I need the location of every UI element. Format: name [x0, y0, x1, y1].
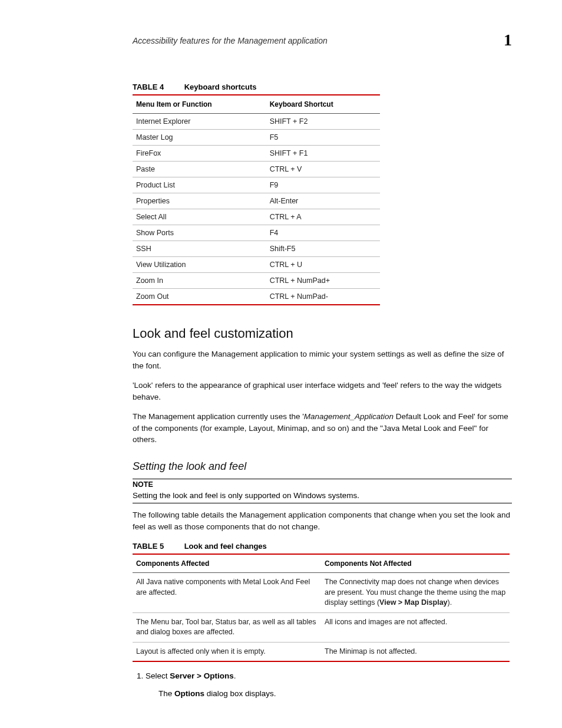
cell-function: Select All — [133, 209, 266, 225]
table5-header-affected: Components Affected — [133, 554, 321, 573]
body-paragraph: The Management application currently use… — [133, 411, 512, 446]
table5-header-not-affected: Components Not Affected — [321, 554, 510, 573]
text-fragment: dialog box displays. — [204, 689, 276, 698]
cell-function: Internet Explorer — [133, 114, 266, 130]
body-paragraph: You can configure the Management applica… — [133, 348, 512, 371]
cell-function: Zoom In — [133, 273, 266, 289]
dialog-name: Options — [174, 689, 204, 698]
cell-shortcut: CTRL + A — [266, 209, 380, 225]
text-fragment: All icons and images are not affected. — [325, 618, 447, 626]
cell-shortcut: CTRL + NumPad+ — [266, 273, 380, 289]
table-row: Zoom InCTRL + NumPad+ — [133, 273, 380, 289]
cell-function: View Utilization — [133, 257, 266, 273]
text-fragment: The — [158, 689, 174, 698]
table-row: Layout is affected only when it is empty… — [133, 642, 510, 661]
cell-function: Zoom Out — [133, 289, 266, 305]
table-row: Internet ExplorerSHIFT + F2 — [133, 114, 380, 130]
text-fragment: The Minimap is not affected. — [325, 647, 417, 655]
step-1-result: The Options dialog box displays. — [158, 688, 512, 700]
cell-shortcut: CTRL + V — [266, 162, 380, 177]
cell-shortcut: F4 — [266, 225, 380, 241]
cell-function: SSH — [133, 241, 266, 257]
cell-not-affected: The Connectivity map does not change whe… — [321, 573, 510, 613]
subsection-heading-setting-look-and-feel: Setting the look and feel — [133, 460, 512, 473]
cell-shortcut: SHIFT + F2 — [266, 114, 380, 130]
cell-function: FireFox — [133, 146, 266, 162]
table-row: Show PortsF4 — [133, 225, 380, 241]
cell-shortcut: Shift-F5 — [266, 241, 380, 257]
cell-function: Show Ports — [133, 225, 266, 241]
menu-path: Server > Options — [170, 671, 233, 680]
chapter-number: 1 — [504, 31, 512, 50]
table5-caption: TABLE 5 Look and feel changes — [133, 541, 512, 551]
cell-shortcut: CTRL + NumPad- — [266, 289, 380, 305]
look-and-feel-changes-table: Components Affected Components Not Affec… — [133, 554, 510, 662]
cell-shortcut: F5 — [266, 130, 380, 146]
cell-function: Paste — [133, 162, 266, 177]
table-row: PropertiesAlt-Enter — [133, 193, 380, 209]
cell-function: Master Log — [133, 130, 266, 146]
cell-shortcut: SHIFT + F1 — [266, 146, 380, 162]
table-row: The Menu bar, Tool bar, Status bar, as w… — [133, 612, 510, 642]
body-paragraph: 'Look' refers to the appearance of graph… — [133, 380, 512, 403]
procedure-steps: Select Server > Options. The Options dia… — [133, 670, 512, 700]
text-fragment: . — [234, 671, 236, 680]
text-fragment: ). — [448, 598, 452, 607]
note-text: Setting the look and feel is only suppor… — [133, 491, 359, 500]
cell-function: Product List — [133, 177, 266, 193]
table5-title: Look and feel changes — [184, 542, 267, 551]
table4-caption: TABLE 4 Keyboard shortcuts — [133, 81, 512, 92]
table-row: Zoom OutCTRL + NumPad- — [133, 289, 380, 305]
running-header-title: Accessibility features for the Managemen… — [133, 36, 328, 45]
cell-shortcut: F9 — [266, 177, 380, 193]
table-row: All Java native components with Metal Lo… — [133, 573, 510, 613]
table-row: PasteCTRL + V — [133, 162, 380, 177]
bold-text: View > Map Display — [379, 598, 447, 607]
table4-header-shortcut: Keyboard Shortcut — [266, 95, 380, 114]
table-row: Select AllCTRL + A — [133, 209, 380, 225]
table4-header-function: Menu Item or Function — [133, 95, 266, 114]
section-heading-look-and-feel: Look and feel customization — [133, 326, 512, 341]
page: Accessibility features for the Managemen… — [0, 0, 562, 728]
table5-label: TABLE 5 — [133, 542, 164, 551]
cell-affected: Layout is affected only when it is empty… — [133, 642, 321, 661]
table-row: SSHShift-F5 — [133, 241, 380, 257]
running-header: Accessibility features for the Managemen… — [133, 35, 512, 46]
table4-title: Keyboard shortcuts — [184, 83, 257, 91]
table4-label: TABLE 4 — [133, 83, 164, 91]
body-paragraph: The following table details the Manageme… — [133, 509, 512, 532]
text-fragment: The Management application currently use… — [133, 412, 304, 421]
table-row: Product ListF9 — [133, 177, 380, 193]
table-row: FireFoxSHIFT + F1 — [133, 146, 380, 162]
cell-affected: The Menu bar, Tool bar, Status bar, as w… — [133, 612, 321, 642]
note-block: NOTE Setting the look and feel is only s… — [133, 479, 512, 503]
table-row: View UtilizationCTRL + U — [133, 257, 380, 273]
cell-not-affected: All icons and images are not affected. — [321, 612, 510, 642]
note-label: NOTE — [133, 480, 512, 489]
step-1: Select Server > Options. The Options dia… — [146, 670, 512, 700]
emphasis-text: Management_Application — [304, 412, 394, 421]
cell-function: Properties — [133, 193, 266, 209]
keyboard-shortcuts-table: Menu Item or Function Keyboard Shortcut … — [133, 94, 380, 305]
table-row: Master LogF5 — [133, 130, 380, 146]
cell-not-affected: The Minimap is not affected. — [321, 642, 510, 661]
cell-shortcut: CTRL + U — [266, 257, 380, 273]
cell-shortcut: Alt-Enter — [266, 193, 380, 209]
text-fragment: Select — [146, 671, 170, 680]
cell-affected: All Java native components with Metal Lo… — [133, 573, 321, 613]
